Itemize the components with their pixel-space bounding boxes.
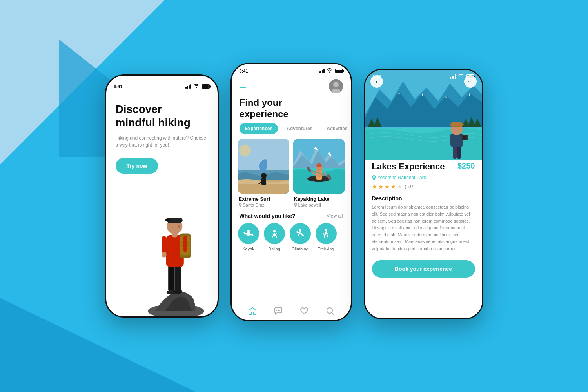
svg-rect-1 <box>168 263 174 292</box>
kayak-card-location: Lake powell <box>294 203 344 207</box>
detail-body: Lakes Experience $250 Yosemite National … <box>365 154 482 318</box>
svg-point-51 <box>276 310 277 311</box>
svg-rect-67 <box>458 136 462 140</box>
svg-rect-63 <box>451 122 463 126</box>
battery-icon-2 <box>335 69 343 73</box>
svg-rect-59 <box>457 145 461 159</box>
star-5: ★ <box>397 183 402 190</box>
kayak-card-title: Kayaking Lake <box>294 196 344 202</box>
signal-icon-3 <box>450 74 456 79</box>
svg-line-47 <box>297 232 303 235</box>
back-button[interactable]: ‹ <box>370 75 383 88</box>
more-options-button[interactable]: ··· <box>464 75 477 88</box>
location-text: Yosemite National Park <box>377 175 426 180</box>
svg-point-48 <box>296 231 298 233</box>
signal-icon-2 <box>319 69 325 73</box>
svg-rect-2 <box>174 263 181 292</box>
star-4: ★ <box>391 183 396 190</box>
onboarding-text: Discover mindful hiking Hiking and conne… <box>106 91 218 180</box>
status-bar-2: 9:41 <box>232 64 351 75</box>
kayak-card-image <box>293 139 345 194</box>
trekking-label: Trekking <box>318 247 334 251</box>
phone-detail: 9:41 .battery-icon.white::before{backgro… <box>364 69 483 319</box>
svg-rect-58 <box>453 145 457 159</box>
time-2: 9:41 <box>240 69 248 73</box>
kayak-icon-circle <box>238 223 259 244</box>
description-text: Lorem ipsum dolor sit amet, consectetur … <box>372 204 475 252</box>
climbing-icon-circle <box>290 223 311 244</box>
status-icons-1 <box>185 83 210 89</box>
surf-card[interactable]: Extreme Surf Santa Cruz <box>238 139 289 208</box>
detail-title: Lakes Experience <box>372 162 445 172</box>
detail-location: Yosemite National Park <box>372 175 475 180</box>
phones-container: 9:41 Discover mindful hiking Hiking and … <box>105 71 483 321</box>
menu-icon[interactable] <box>240 85 248 88</box>
surf-card-location: Santa Cruz <box>239 203 289 207</box>
diving-label: Diving <box>268 247 280 251</box>
trekking-icon-circle <box>316 223 337 244</box>
svg-point-52 <box>278 310 278 311</box>
status-bar-1: 9:41 <box>106 80 218 91</box>
activities-section-title: What would you like? <box>240 213 296 219</box>
phone-explore: 9:41 <box>230 63 352 321</box>
svg-point-41 <box>247 230 250 232</box>
wifi-icon-2 <box>327 68 332 74</box>
explore-header <box>232 75 351 93</box>
kayak-label: Kayak <box>242 247 254 251</box>
category-tabs: Experiences Adventures Activities <box>232 123 351 134</box>
svg-point-20 <box>333 82 339 87</box>
svg-point-23 <box>239 145 251 156</box>
status-icons-2 <box>319 68 343 74</box>
hiker-figure <box>133 180 212 316</box>
phone-onboarding: 9:41 Discover mindful hiking Hiking and … <box>105 74 219 318</box>
diving-icon-circle <box>264 223 285 244</box>
detail-title-row: Lakes Experience $250 <box>372 162 475 172</box>
activity-kayak[interactable]: Kayak <box>238 223 259 251</box>
surf-card-title: Extreme Surf <box>239 196 289 202</box>
svg-point-33 <box>316 163 322 167</box>
svg-point-4 <box>173 290 182 294</box>
kayak-card-info: Kayaking Lake Lake powell <box>293 194 345 208</box>
bottom-navigation <box>232 301 351 320</box>
svg-point-18 <box>177 225 180 228</box>
nav-home[interactable] <box>248 306 257 316</box>
svg-point-53 <box>279 310 280 311</box>
svg-point-66 <box>463 137 465 138</box>
rating-value: (5.0) <box>405 184 415 189</box>
avatar[interactable] <box>329 79 343 93</box>
view-all-link[interactable]: View all <box>327 213 343 219</box>
svg-rect-10 <box>183 236 187 252</box>
tab-experiences[interactable]: Experiences <box>240 123 278 134</box>
star-1: ★ <box>372 183 377 190</box>
detail-price: $250 <box>457 162 475 171</box>
activity-diving[interactable]: Diving <box>264 223 285 251</box>
description-heading: Description <box>372 195 475 201</box>
svg-point-45 <box>273 230 276 232</box>
activity-trekking[interactable]: Trekking <box>316 223 337 251</box>
nav-chat[interactable] <box>274 306 283 316</box>
signal-icon-1 <box>185 84 191 89</box>
try-now-button[interactable]: Try now <box>116 158 158 174</box>
nav-favorites[interactable] <box>299 306 309 316</box>
detail-hero-image: 9:41 .battery-icon.white::before{backgro… <box>365 70 482 160</box>
explore-heading: Find your experience <box>232 93 351 123</box>
svg-line-55 <box>332 313 334 315</box>
tab-activities[interactable]: Activities <box>321 123 352 134</box>
book-button[interactable]: Book your experience <box>372 260 475 278</box>
hiker-image-area <box>106 180 218 316</box>
svg-point-26 <box>261 173 267 178</box>
tab-adventures[interactable]: Adventures <box>281 123 318 134</box>
svg-rect-17 <box>165 219 170 221</box>
time-1: 9:41 <box>114 84 123 89</box>
star-3: ★ <box>385 183 390 190</box>
activities-row: Kayak Diving <box>232 223 351 251</box>
activities-section-header: What would you like? View all <box>232 213 351 219</box>
activity-cards: Extreme Surf Santa Cruz <box>232 139 351 208</box>
nav-search[interactable] <box>325 306 335 316</box>
activity-climbing[interactable]: Climbing <box>290 223 311 251</box>
photographer-figure <box>439 117 474 160</box>
kayak-card[interactable]: Kayaking Lake Lake powell <box>293 139 345 208</box>
onboarding-title: Discover mindful hiking <box>116 103 208 129</box>
surf-card-image <box>238 139 289 194</box>
surf-card-info: Extreme Surf Santa Cruz <box>238 194 289 208</box>
